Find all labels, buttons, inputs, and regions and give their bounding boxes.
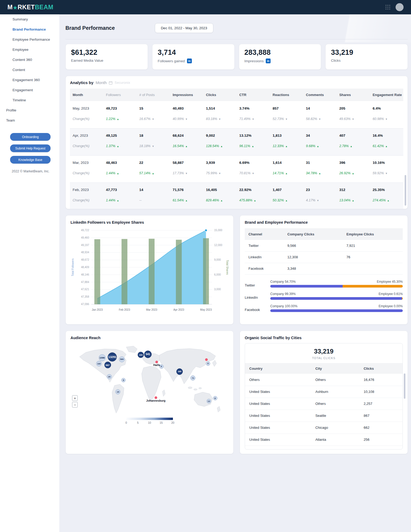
sidebar-item-summary[interactable]: Summary [0,14,59,24]
metric-value: 34 [303,128,337,143]
map-bubble: 541 [144,351,152,358]
city-row: United StatesAtlanta256 [245,434,402,446]
change-value: 71.49%▼ [236,115,270,128]
up-arrow-icon: ▲ [387,199,389,202]
change-value: 1.37%▲ [103,143,136,155]
analytics-title-muted: Month [96,80,107,85]
month-label: May, 2023 [70,101,103,115]
up-arrow-icon: ▲ [185,199,188,202]
change-value: 12.33%▲ [270,143,303,155]
onboarding-button[interactable]: Onboarding [10,133,51,141]
analytics-scrollbar[interactable] [405,175,406,206]
city-country: United States [245,446,311,450]
down-arrow-icon: ▼ [252,172,254,175]
map-bubble: 1096 [99,354,106,361]
kpi-row: $61,322Earned Media Value3,714Followers … [65,44,408,70]
change-value: 96.11%▲ [236,143,270,155]
down-arrow-icon: ▼ [285,118,288,120]
svg-text:9,000: 9,000 [214,258,221,261]
change-value: 829.46%▲ [203,197,236,209]
world-map[interactable]: 109613291589160597255151005419189971138H… [70,343,229,415]
employee-bar-segment [402,297,403,300]
map-bubble: 5 [121,378,126,382]
calendar-icon [109,81,113,85]
map-bubble: 589 [119,356,125,362]
month-label: Feb, 2023 [70,182,103,197]
map-bubble: 100 [138,352,144,358]
metric-value: 407 [337,128,370,143]
city-label: Johannesburg [146,399,165,402]
svg-text:Feb 2023: Feb 2023 [119,308,130,311]
svg-text:47,096: 47,096 [81,303,89,306]
cities-table-header: CountryCityClicks [245,363,402,374]
city-name: Others [311,374,359,386]
app-logo: M★RKETBEAM [7,4,53,11]
change-label: Change(%) [70,170,103,182]
sidebar-item-engagement[interactable]: Engagement [0,85,59,95]
analytics-table: MonthFollowers# of PostsImpressionsClick… [70,89,403,209]
sidebar-item-employee[interactable]: Employee [0,45,59,55]
city-row: United StatesChicago662 [245,422,402,434]
legend-ticks: 05101520 [126,421,173,425]
change-value: 50.32%▲ [270,197,303,209]
metric-value: 14 [137,182,170,197]
sidebar-item-content-360[interactable]: Content 360 [0,55,59,65]
city-name: Atlanta [311,434,359,446]
copyright: 2022 © MarketBeam, Inc. [0,169,59,173]
svg-text:48,934: 48,934 [81,251,89,254]
metric-value: 16.4% [370,128,403,143]
change-value: 274.45%▲ [370,197,403,209]
legend-tick-label: 20 [171,421,175,424]
knowledge-base-button[interactable]: Knowledge Base [10,156,51,164]
logo-m: M [7,4,13,11]
page-title: Brand Performance [65,25,115,31]
legend-tick-label: 15 [160,421,163,424]
employee-clicks: 76 [343,251,403,263]
apps-grid-icon[interactable] [385,5,390,10]
up-arrow-icon: ▲ [317,145,319,148]
metric-value: 15 [137,101,170,115]
change-label: Change(%) [70,143,103,155]
map-markers-layer: 109613291589160597255151005419189971138H… [70,343,229,415]
performance-bars: TwitterCompany 54.70%Employee 45.30%Link… [245,280,403,312]
submit-help-request-button[interactable]: Submit Help Request [10,144,51,152]
sidebar-item-employee-performance[interactable]: Employee Performance [0,35,59,45]
sidebar-item-timeline[interactable]: Timeline [0,95,59,105]
watermark-text: Securonix [115,81,130,85]
zoom-out-button[interactable]: − [72,402,78,408]
change-value: 49.63%▼ [337,115,370,128]
date-range-picker[interactable]: Dec 01, 2022 - May 30, 2023 [155,23,213,33]
avatar[interactable] [396,3,404,11]
month-change-row: Change(%)1.37%▲18.18%▼16.54%▲128.54%▲96.… [70,143,403,155]
sidebar-section-profile[interactable]: Profile [0,105,59,115]
sidebar-section-team[interactable]: Team [0,115,59,126]
kpi-card-clicks: 33,219Clicks [325,44,408,70]
sidebar-item-content[interactable]: Content [0,65,59,75]
metric-value: 58,887 [170,155,203,170]
metric-value: 23 [303,182,337,197]
up-arrow-icon: ▲ [352,199,354,202]
change-value: 9.68%▲ [303,143,337,155]
employee-share-label: Employee 45.30% [377,280,403,284]
svg-text:6,000: 6,000 [214,273,221,276]
sidebar-item-engagement-360[interactable]: Engagement 360 [0,75,59,85]
column-header-ctr: CTR [236,89,270,101]
month-values-row: Mar, 202348,4632258,8873,9396.69%1,61431… [70,155,403,170]
change-label: Change(%) [70,197,103,209]
cities-scrollbar[interactable] [404,373,405,399]
svg-text:47,884: 47,884 [81,281,89,284]
change-value: 58.82%▼ [303,115,337,128]
svg-text:48,409: 48,409 [81,266,89,269]
metric-value: 47,773 [103,182,136,197]
svg-text:Jan 2023: Jan 2023 [92,308,103,311]
month-change-row: Change(%)1.44%▲--61.54%▲829.46%▲475.88%▲… [70,197,403,209]
company-share-label: Company 99.39% [270,292,296,296]
month-label: Mar, 2023 [70,155,103,170]
city-row: United StatesSeattle867 [245,410,402,422]
city-clicks: 10,108 [359,386,402,398]
bar-channel-label: LinkedIn [245,296,270,300]
city-name: Dallas [311,446,359,450]
metric-value: 9,002 [203,128,236,143]
sidebar-item-brand-performance[interactable]: Brand Performance [0,24,59,35]
zoom-in-button[interactable]: + [72,395,78,401]
